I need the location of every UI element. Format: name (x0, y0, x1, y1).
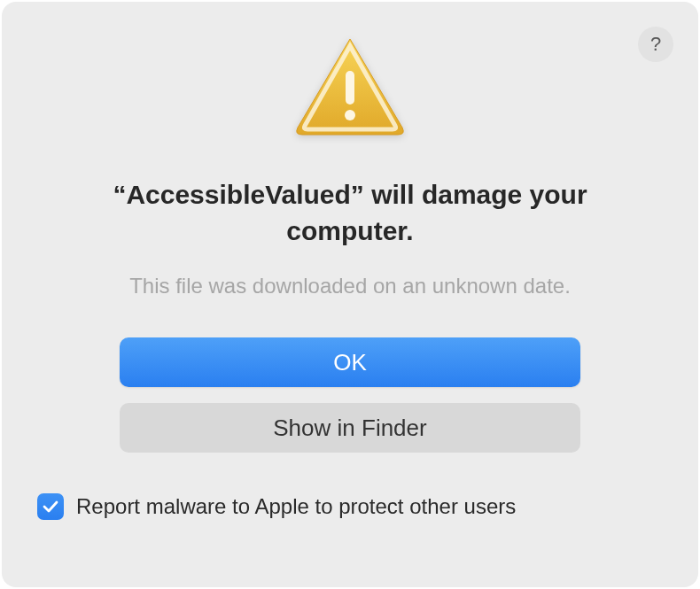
ok-button[interactable]: OK (120, 337, 580, 387)
dialog-title: “AccessibleValued” will damage your comp… (37, 177, 663, 249)
report-malware-row: Report malware to Apple to protect other… (37, 493, 516, 520)
svg-point-1 (345, 110, 355, 120)
svg-rect-0 (346, 71, 354, 105)
dialog-subtitle: This file was downloaded on an unknown d… (129, 274, 571, 298)
report-malware-label: Report malware to Apple to protect other… (76, 494, 516, 519)
report-malware-checkbox[interactable] (37, 493, 64, 520)
button-group: OK Show in Finder (120, 337, 580, 453)
help-button[interactable]: ? (638, 27, 673, 62)
warning-icon (292, 35, 408, 142)
help-icon-label: ? (650, 33, 661, 56)
show-in-finder-button[interactable]: Show in Finder (120, 403, 580, 453)
alert-dialog: ? “AccessibleValued” will damage your co… (2, 2, 698, 587)
